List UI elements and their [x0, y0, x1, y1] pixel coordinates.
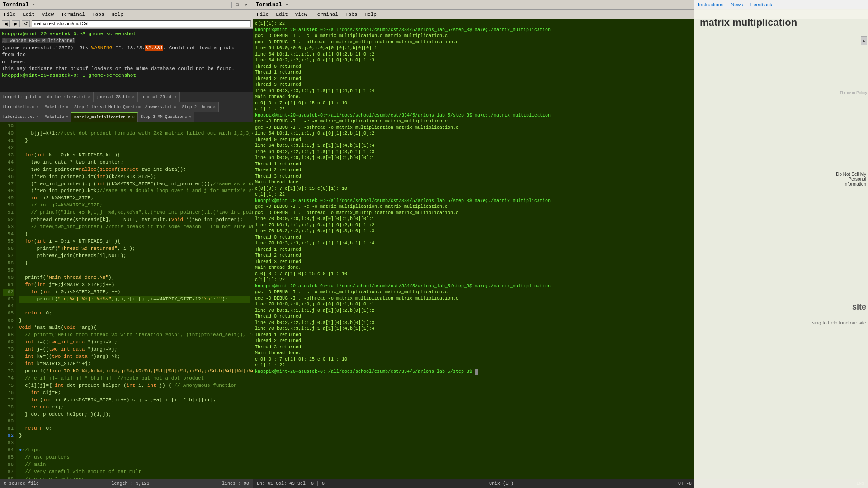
right-terminal-title: Terminal -: [256, 2, 288, 8]
nav-feedback[interactable]: Feedback: [750, 2, 772, 7]
tab-close-matrix[interactable]: ✕: [132, 115, 135, 120]
menu-tabs-right[interactable]: Tabs: [344, 11, 359, 18]
tab-close-step1[interactable]: ✕: [174, 104, 176, 109]
warning-line-1: (gnome-screenshot:10376): Gtk-WARNING **…: [2, 45, 251, 59]
warning-line-3: This may indicate that pixbuf loaders or…: [2, 66, 251, 72]
menu-help-right[interactable]: Help: [363, 11, 378, 18]
overlay-site-text: site: [852, 302, 866, 312]
tab-label-dollar-store: dollar-store.txt: [47, 95, 86, 99]
left-output-line-1: knoppix@mint-20-asustek-0:~$ gnome-scree…: [2, 31, 251, 38]
tab-dollar-store[interactable]: dollar-store.txt ✕: [44, 92, 94, 102]
tab-forgetting[interactable]: forgetting.txt ✕: [0, 92, 44, 102]
tab-matrix[interactable]: matrix_multiplication.c ✕: [71, 112, 138, 122]
tab-step2[interactable]: Step 2-thre◈ ✕: [179, 102, 219, 112]
tab-label-journal-29: journal-29.ct: [141, 95, 172, 99]
lines-label: lines : 90: [222, 481, 249, 486]
tab-label-fiberglass: fiberlass.txt: [3, 115, 34, 119]
tab-fiberglass[interactable]: fiberlass.txt ✕: [0, 112, 42, 122]
tab-close-dollar-store[interactable]: ✕: [88, 94, 90, 99]
menu-terminal-right[interactable]: Terminal: [312, 11, 340, 18]
tab-journal-29[interactable]: journal-29.ct ✕: [138, 92, 180, 102]
menu-edit-right[interactable]: Edit: [274, 11, 289, 18]
menu-view-left[interactable]: View: [40, 11, 56, 18]
line-numbers: 3940414243 4445464748 4950515253 5455565…: [0, 122, 16, 479]
nav-news[interactable]: News: [731, 2, 743, 7]
tab-makefile[interactable]: Makefile ✕: [42, 102, 72, 112]
tab-label-step2: Step 2-thre◈: [182, 104, 212, 109]
menu-file-left[interactable]: File: [2, 11, 17, 18]
nav-instructions[interactable]: Instructions: [698, 2, 723, 7]
overlay-content: ▲ Throw in Policy Do Not Sell MyPersonal…: [694, 32, 868, 39]
main-wrapper: Terminal - _ □ ✕ File Edit View Terminal…: [0, 0, 868, 488]
minimize-button[interactable]: _: [225, 2, 232, 8]
do-not-sell: Do Not Sell MyPersonalInformation: [836, 172, 866, 187]
tab-step1[interactable]: Step 1-thread-Hello-Question-Answers.txt…: [71, 102, 179, 112]
left-title-bar: Terminal - _ □ ✕: [0, 0, 253, 10]
left-title-buttons: _ □ ✕: [225, 2, 250, 8]
menu-terminal-left[interactable]: Terminal: [59, 11, 87, 18]
left-terminal-output: knoppix@mint-20-asustek-0:~$ gnome-scree…: [0, 29, 253, 92]
left-menu-bar: File Edit View Terminal Tabs Help: [0, 10, 253, 19]
tab-close-step3[interactable]: ✕: [189, 114, 191, 119]
tab-label-makefile: Makefile: [45, 105, 64, 109]
left-terminal-panel: Terminal - _ □ ✕ File Edit View Terminal…: [0, 0, 253, 488]
close-button[interactable]: ✕: [243, 2, 250, 8]
code-content[interactable]: b[j]=k+1;//test dot product formula with…: [16, 122, 253, 479]
tab-makefile2[interactable]: Makefile ✕: [42, 112, 72, 122]
file-type-label: C source file: [4, 481, 39, 486]
tab-close-threadhello[interactable]: ✕: [36, 104, 38, 109]
tab-label-journal-28: journal-28.htm: [96, 95, 131, 99]
menu-view-right[interactable]: View: [293, 11, 309, 18]
right-terminal-panel: Terminal - _ □ ✕ File Edit View Terminal…: [253, 0, 868, 488]
warning-line-2: n theme.: [2, 59, 251, 66]
tab-label-forgetting: forgetting.txt: [3, 95, 37, 99]
scroll-up-button[interactable]: ▲: [861, 36, 867, 45]
tab-label-makefile2: Makefile: [45, 115, 64, 119]
web-overlay-panel: Instructions News Feedback matrix multip…: [694, 0, 868, 488]
tab-label-threadhello: threadhello.c: [3, 105, 34, 109]
back-button-left[interactable]: ◀: [2, 20, 10, 27]
tab-journal-28[interactable]: journal-28.htm ✕: [94, 92, 138, 102]
overlay-nav-bar: Instructions News Feedback: [694, 0, 868, 9]
overlay-fund-text: sing to help fund our site: [812, 320, 866, 325]
webcam-line: 🎥 Webcam B500 Multichannel: [2, 38, 251, 44]
tab-close-fiberglass[interactable]: ✕: [36, 114, 38, 119]
menu-file-right[interactable]: File: [255, 11, 270, 18]
tab-close-step2[interactable]: ✕: [213, 104, 216, 109]
right-encoding: UTF-8: [678, 481, 692, 486]
length-label: length : 3,123: [111, 481, 149, 486]
refresh-button-left[interactable]: ↺: [22, 20, 30, 27]
left-address-bar: ◀ ▶ ↺: [0, 19, 253, 29]
tab-step3[interactable]: Step 3-MM-Questions ✕: [138, 112, 194, 122]
editor-status-bar: C source file length : 3,123 lines : 90: [0, 479, 253, 488]
menu-edit-left[interactable]: Edit: [21, 11, 36, 18]
left-terminal-title: Terminal -: [3, 2, 35, 8]
tab-close-makefile[interactable]: ✕: [66, 104, 68, 109]
editor-tab-bar-3: fiberlass.txt ✕ Makefile ✕ matrix_multip…: [0, 112, 253, 122]
code-editor-area[interactable]: 3940414243 4445464748 4950515253 5455565…: [0, 122, 253, 479]
maximize-button[interactable]: □: [234, 2, 241, 8]
prompt-line-2: knoppix@mint-20-asustek-0:~$ gnome-scree…: [2, 72, 251, 79]
menu-help-left[interactable]: Help: [109, 11, 125, 18]
overlay-main-title: matrix multiplication: [694, 9, 868, 32]
tab-close-journal-29[interactable]: ✕: [174, 94, 176, 99]
tab-threadhello[interactable]: threadhello.c ✕: [0, 102, 42, 112]
menu-tabs-left[interactable]: Tabs: [90, 11, 106, 18]
tab-close-makefile2[interactable]: ✕: [66, 114, 68, 119]
tab-label-step3: Step 3-MM-Questions: [141, 115, 187, 119]
editor-tab-bar-2: threadhello.c ✕ Makefile ✕ Step 1-thread…: [0, 102, 253, 112]
tab-close-journal-28[interactable]: ✕: [132, 94, 135, 99]
address-input-left[interactable]: [32, 20, 251, 27]
editor-tab-bar: forgetting.txt ✕ dollar-store.txt ✕ jour…: [0, 92, 253, 102]
tab-label-matrix: matrix_multiplication.c: [74, 115, 130, 120]
throw-in-policy: Throw in Policy: [840, 90, 867, 95]
tab-close-forgetting[interactable]: ✕: [39, 94, 41, 99]
forward-button-left[interactable]: ▶: [12, 20, 20, 27]
right-ln-col: Ln: 61 Col: 43 Sel: 0 | 0: [257, 481, 325, 486]
tab-label-step1: Step 1-thread-Hello-Question-Answers.txt: [74, 105, 172, 109]
right-unix-lf: Unix (LF): [489, 481, 514, 486]
code-lines-container: 3940414243 4445464748 4950515253 5455565…: [0, 122, 253, 479]
